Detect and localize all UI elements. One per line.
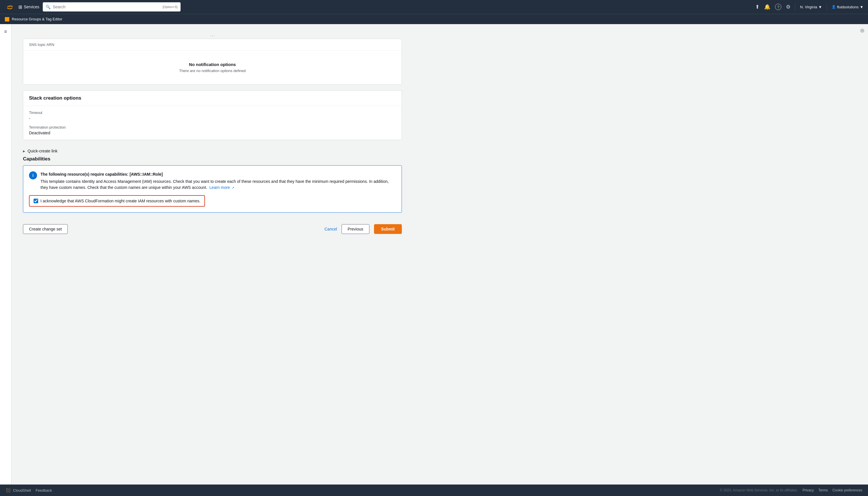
capabilities-heading: Capabilities [23,156,402,162]
iam-acknowledge-row[interactable]: I acknowledge that AWS CloudFormation mi… [29,195,205,207]
no-notification-title: No notification options [29,62,396,67]
search-shortcut: [Option+S] [162,5,177,9]
sns-label: SNS topic ARN [23,39,402,50]
menu-icon: ≡ [4,29,7,35]
main-content: ⋯ SNS topic ARN No notification options … [12,24,856,484]
quick-create-label: Quick-create link [28,149,58,153]
cancel-button[interactable]: Cancel [324,227,337,231]
sub-nav-title: Resource Groups & Tag Editor [12,17,62,21]
footer-links: Privacy Terms Cookie preferences [803,488,862,492]
services-nav[interactable]: ⊞ Services [18,4,39,10]
sub-navigation: 🟧 Resource Groups & Tag Editor [0,14,868,24]
stack-creation-options-card: Stack creation options Timeout - Termina… [23,90,402,140]
info-icon: i [29,171,37,180]
help-icon[interactable]: ? [775,4,781,10]
cloudshell-button[interactable]: ⬛ CloudShell [6,488,31,493]
resource-groups-icon: 🟧 [4,17,10,21]
terms-link[interactable]: Terms [818,488,828,492]
aws-logo[interactable] [4,2,15,12]
termination-label: Termination protection [29,125,396,129]
region-label: N. Virginia [800,5,817,9]
account-label: fluidsolutions [837,5,858,9]
cloudshell-label: CloudShell [13,488,31,493]
previous-button[interactable]: Previous [342,224,369,234]
capabilities-section: Capabilities i The following resource(s)… [23,156,402,213]
upload-icon[interactable]: ⬆ [755,4,760,10]
account-chevron: ▼ [860,5,864,9]
no-notification-sub: There are no notification options define… [29,68,396,73]
timeout-value: - [29,116,396,121]
region-chevron: ▼ [818,5,822,9]
content-wrapper: ≡ ⋯ SNS topic ARN No notification option… [0,24,868,484]
timeout-label: Timeout [29,110,396,115]
notification-empty: No notification options There are no not… [23,50,402,84]
capabilities-alert: i The following resource(s) require capa… [29,171,396,190]
gear-icon[interactable]: ⚙ [786,4,790,10]
capabilities-alert-heading: The following resource(s) require capabi… [41,171,396,177]
learn-more-link[interactable]: Learn more [210,185,230,190]
sns-section: SNS topic ARN No notification options Th… [23,39,402,85]
feedback-button[interactable]: Feedback [35,488,52,493]
nav-divider [795,3,795,10]
create-change-set-button[interactable]: Create change set [23,224,68,234]
terminal-icon: ⬛ [6,488,11,493]
capabilities-box: i The following resource(s) require capa… [23,165,402,213]
account-icon: 👤 [832,5,836,9]
stack-creation-title: Stack creation options [29,95,396,101]
sidebar-toggle[interactable]: ≡ [0,24,12,484]
iam-acknowledge-label: I acknowledge that AWS CloudFormation mi… [41,199,200,203]
feedback-icon: ◎ [860,28,864,33]
right-edge: ◎ [856,24,868,484]
quick-create-triangle: ▶ [23,150,25,153]
action-bar: Create change set Cancel Previous Submit [23,218,402,240]
privacy-link[interactable]: Privacy [803,488,814,492]
bottom-bar: ⬛ CloudShell Feedback © 2023, Amazon Web… [0,484,868,496]
submit-button[interactable]: Submit [374,224,402,234]
grid-icon: ⊞ [18,4,22,10]
search-bar[interactable]: 🔍 [Option+S] [43,2,181,12]
capabilities-text: The following resource(s) require capabi… [41,171,396,190]
nav-icons: ⬆ 🔔 ? ⚙ N. Virginia ▼ 👤 fluidsolutions ▼ [755,3,864,10]
svg-rect-0 [4,2,15,12]
external-link-icon: ↗ [232,186,234,189]
scroll-indicator: ⋯ [23,30,402,39]
bell-icon[interactable]: 🔔 [764,4,771,10]
search-input[interactable] [53,4,160,9]
services-label: Services [24,4,39,9]
stack-creation-body: Timeout - Termination protection Deactiv… [23,106,402,140]
nav-divider-2 [827,3,827,10]
search-icon: 🔍 [46,4,50,9]
iam-acknowledge-checkbox[interactable] [34,199,38,203]
region-selector[interactable]: N. Virginia ▼ [800,5,822,9]
account-selector[interactable]: 👤 fluidsolutions ▼ [832,5,864,9]
termination-value: Deactivated [29,130,396,135]
stack-creation-header: Stack creation options [23,91,402,106]
copyright-text: © 2023, Amazon Web Services, Inc. or its… [720,488,798,492]
cookie-link[interactable]: Cookie preferences [833,488,862,492]
page-inner: ⋯ SNS topic ARN No notification options … [12,24,413,251]
quick-create-row[interactable]: ▶ Quick-create link [23,146,402,156]
top-navigation: ⊞ Services 🔍 [Option+S] ⬆ 🔔 ? ⚙ N. Virgi… [0,0,868,14]
